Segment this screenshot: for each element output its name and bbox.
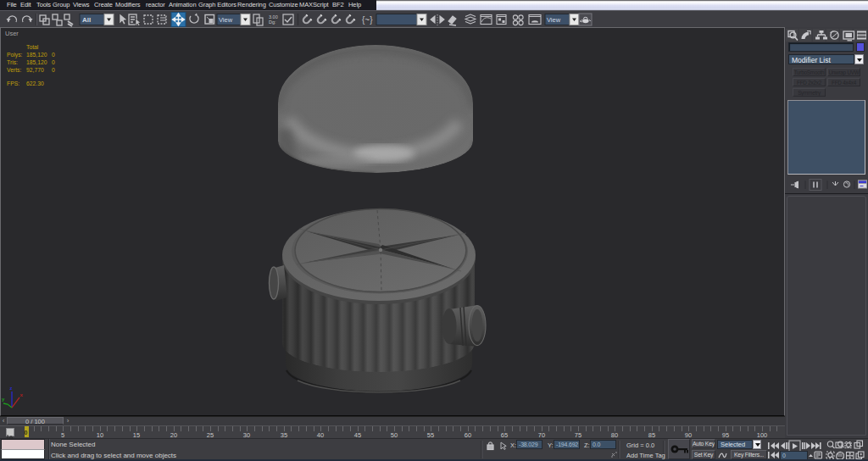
- svg-text:{~}: {~}: [362, 15, 373, 25]
- svg-text:Dg:: Dg:: [269, 19, 276, 25]
- svg-text:View: View: [547, 16, 561, 24]
- svg-text:View: View: [219, 16, 233, 24]
- svg-text:3.00: 3.00: [269, 14, 278, 19]
- svg-text:y: y: [2, 397, 5, 402]
- svg-text:x: x: [20, 392, 24, 397]
- svg-text:z: z: [10, 386, 13, 391]
- svg-text:All: All: [82, 16, 91, 24]
